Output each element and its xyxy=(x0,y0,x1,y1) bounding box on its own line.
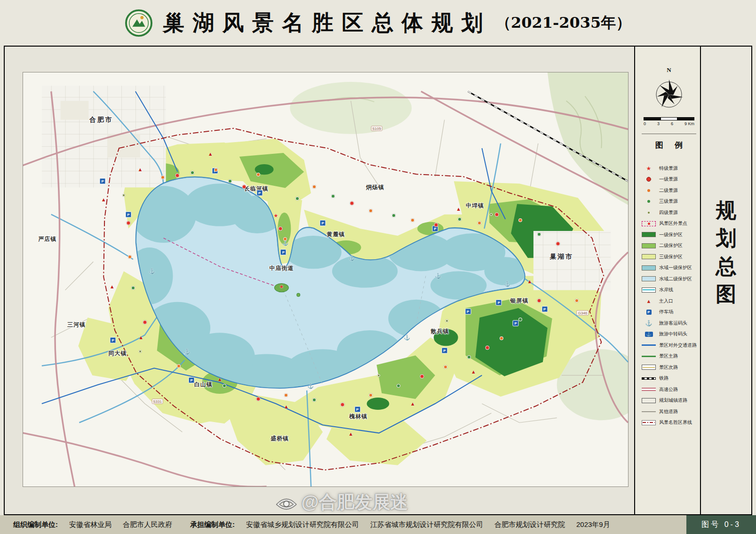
scenic-resource-marker xyxy=(295,197,299,200)
parking-marker: P xyxy=(432,225,438,231)
parking-marker: P xyxy=(212,168,218,174)
scale-tick-label: 6 xyxy=(671,121,673,126)
legend-item-label: 水域一级保护区 xyxy=(659,264,692,271)
town-label: 散兵镇 xyxy=(430,327,449,335)
legend-item-label: 四级景源 xyxy=(659,209,678,216)
scenic-resource-marker xyxy=(446,319,448,322)
legend-item: ▲主入口 xyxy=(642,295,696,307)
footer-undertake-label: 承担编制单位: xyxy=(190,520,235,529)
main-entrance-marker: ▲ xyxy=(284,404,289,409)
legend-item: 一级景源 xyxy=(642,174,696,185)
legend-item-label: 其他道路 xyxy=(659,408,678,415)
scenic-resource-marker xyxy=(214,168,218,172)
town-label: 严店镇 xyxy=(38,235,56,243)
main-entrance-marker: ▲ xyxy=(527,279,533,284)
parking-marker: P xyxy=(465,308,471,314)
scenic-resource-marker xyxy=(477,221,481,225)
legend-item-label: 铁路 xyxy=(659,375,668,382)
compass-rose-icon xyxy=(649,74,689,113)
town-label: 同大镇 xyxy=(109,350,127,358)
tourist-dock-marker: ⚓ xyxy=(282,240,288,246)
scale-bar-segments xyxy=(644,117,694,120)
legend-item-label: 景区对外交通道路 xyxy=(659,342,697,349)
scenic-resource-marker xyxy=(350,201,354,205)
scenic-resource-marker xyxy=(444,365,447,369)
legend-item-label: 二级保护区 xyxy=(659,242,683,249)
tourist-dock-marker: ⚓ xyxy=(349,255,355,261)
footer-undertake-1: 安徽省城乡规划设计研究院有限公司 xyxy=(246,520,359,529)
road-shield-label: S331 xyxy=(151,399,163,404)
tourist-dock-marker: ⚓ xyxy=(404,335,410,340)
legend-item: 铁路 xyxy=(642,373,696,384)
scenic-resource-marker xyxy=(537,232,541,236)
legend-panel: N 0369 Km 图 例 ★特级景源一级景源二级景源三级景源四 xyxy=(634,47,700,514)
scenic-resource-marker xyxy=(128,255,132,259)
tourist-dock-marker: ⚓ xyxy=(504,281,510,286)
scenic-resource-marker xyxy=(279,226,283,231)
town-label: 槐林镇 xyxy=(349,413,367,421)
scenic-resource-marker xyxy=(161,175,165,179)
footer-bar: 组织编制单位: 安徽省林业局 合肥市人民政府 承担编制单位: 安徽省城乡规划设计… xyxy=(0,515,756,534)
scale-bar: 0369 Km xyxy=(644,117,694,126)
scenic-resource-marker xyxy=(556,242,560,246)
scenic-resource-marker xyxy=(175,174,180,178)
vertical-title-strip: 规划总图 xyxy=(700,47,751,514)
legend-item-label: 三级景源 xyxy=(659,198,678,205)
parking-marker: P xyxy=(441,348,447,354)
legend-item-label: 景区次路 xyxy=(659,364,678,371)
scenic-resource-top-marker: ★ xyxy=(274,213,279,218)
scenic-resource-marker xyxy=(518,318,522,321)
legend-item-label: 水域二级保护区 xyxy=(659,276,692,282)
vertical-title-char: 划 xyxy=(716,224,737,252)
parking-marker: P xyxy=(496,299,502,305)
north-label: N xyxy=(642,66,696,74)
legend-item: 二级保护区 xyxy=(642,240,696,252)
legend-item: 水域一级保护区 xyxy=(642,263,696,274)
legend-item: ⚓旅游客运码头 xyxy=(642,318,696,329)
main-entrance-marker: ▲ xyxy=(138,335,143,340)
map-overlay: 合肥市严店镇三河镇同大镇白山镇盛桥镇槐林镇散兵镇银屏镇中垾镇烔炀镇黄麓镇长临河镇… xyxy=(23,72,628,486)
town-label: 合肥市 xyxy=(89,116,113,124)
parking-marker: P xyxy=(110,337,116,343)
scenic-resource-marker xyxy=(495,212,499,216)
legend-item-label: 特级景源 xyxy=(659,165,678,172)
legend-item: P停车场 xyxy=(642,307,696,318)
legend-item-label: 二级景源 xyxy=(659,187,678,194)
legend-item-label: 停车场 xyxy=(659,309,673,315)
legend-item-label: 三级保护区 xyxy=(659,254,683,260)
tourist-dock-marker: ⚓ xyxy=(184,349,191,354)
legend-item-label: 高速公路 xyxy=(659,386,678,393)
scenic-resource-marker xyxy=(228,179,232,183)
scenic-resource-marker xyxy=(490,213,493,216)
legend-item-label: 规划城镇道路 xyxy=(659,397,687,404)
legend-item-label: 风景区外景点 xyxy=(659,220,687,227)
scale-tick-label: 3 xyxy=(657,121,660,126)
main-entrance-marker: ▲ xyxy=(456,206,461,211)
parking-marker: P xyxy=(354,406,360,413)
vertical-title-char: 总 xyxy=(716,252,737,280)
legend-item: 景区对外交通道路 xyxy=(642,340,696,351)
town-label: 盛桥镇 xyxy=(271,435,289,443)
town-label: 三河镇 xyxy=(67,321,86,329)
legend-item: 水岸线 xyxy=(642,285,696,296)
scale-tick-label: 9 Km xyxy=(684,121,694,126)
scenic-resource-marker xyxy=(143,320,147,324)
legend-list: ★特级景源一级景源二级景源三级景源四级景源风景区外景点一级保护区二级保护区三级保… xyxy=(642,163,696,428)
map-panel: 合肥市严店镇三河镇同大镇白山镇盛桥镇槐林镇散兵镇银屏镇中垾镇烔炀镇黄麓镇长临河镇… xyxy=(23,72,629,487)
scenic-resource-marker xyxy=(485,346,490,350)
map-area: 合肥市严店镇三河镇同大镇白山镇盛桥镇槐林镇散兵镇银屏镇中垾镇烔炀镇黄麓镇长临河镇… xyxy=(5,47,634,514)
parking-marker: P xyxy=(125,211,131,217)
scenic-resource-marker xyxy=(223,384,226,388)
scenic-resource-marker xyxy=(458,217,462,221)
main-entrance-marker: ▲ xyxy=(137,167,143,172)
footer-org-2: 合肥市人民政府 xyxy=(123,520,172,529)
main-entrance-marker: ▲ xyxy=(348,431,353,437)
tourist-dock-marker: ⚓ xyxy=(435,273,441,279)
tourist-dock-marker: ⚓ xyxy=(307,383,314,388)
town-label: 烔炀镇 xyxy=(366,183,384,191)
scenic-resource-marker xyxy=(434,223,438,227)
scenic-resource-marker xyxy=(126,221,130,225)
legend-item: 三级保护区 xyxy=(642,251,696,263)
scenic-resource-marker xyxy=(256,173,260,176)
footer-undertake-3: 合肥市规划设计研究院 xyxy=(494,520,565,529)
